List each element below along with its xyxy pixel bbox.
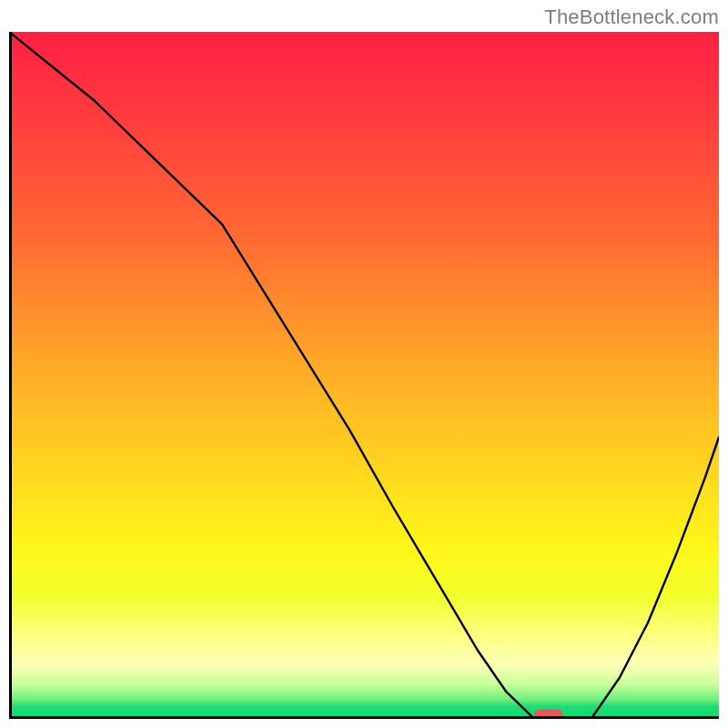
watermark-text: TheBottleneck.com <box>544 5 719 29</box>
bottleneck-curve <box>9 32 719 719</box>
optimal-marker <box>534 710 562 720</box>
bottleneck-line-plot <box>9 32 719 719</box>
chart-frame <box>9 32 719 719</box>
